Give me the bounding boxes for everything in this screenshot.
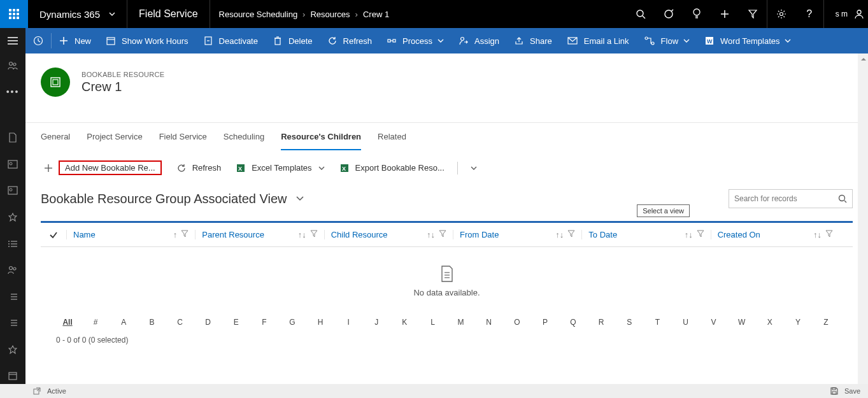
subgrid-refresh-button[interactable]: Refresh — [171, 160, 228, 175]
alpha-filter-e[interactable]: E — [222, 318, 250, 327]
refresh-button[interactable]: Refresh — [320, 28, 380, 53]
tab-resources-children[interactable]: Resource's Children — [281, 123, 361, 150]
alpha-filter-q[interactable]: Q — [559, 318, 587, 327]
task-flow-button[interactable] — [655, 0, 683, 28]
alpha-filter-d[interactable]: D — [194, 318, 222, 327]
alpha-filter-b[interactable]: B — [138, 318, 166, 327]
popout-icon[interactable] — [33, 387, 41, 395]
alpha-filter-j[interactable]: J — [362, 318, 390, 327]
alpha-filter-w[interactable]: W — [728, 318, 756, 327]
alpha-filter-k[interactable]: K — [390, 318, 418, 327]
alpha-filter-u[interactable]: U — [671, 318, 699, 327]
alpha-filter-l[interactable]: L — [418, 318, 446, 327]
rail-item[interactable] — [0, 315, 25, 331]
breadcrumb-item[interactable]: Crew 1 — [363, 10, 389, 19]
more-commands-button[interactable] — [464, 162, 483, 174]
sort-icon[interactable]: ↑↓ — [427, 230, 435, 239]
rail-item[interactable] — [0, 209, 25, 225]
app-launcher-button[interactable] — [0, 0, 28, 28]
tab-related[interactable]: Related — [378, 123, 406, 150]
column-header-name[interactable]: Name↑ — [66, 230, 195, 239]
vertical-scrollbar[interactable] — [858, 53, 868, 384]
rail-more[interactable]: ••• — [0, 84, 25, 101]
column-header-from[interactable]: From Date↑↓ — [453, 230, 581, 239]
alpha-filter-n[interactable]: N — [475, 318, 503, 327]
assign-button[interactable]: Assign — [452, 28, 507, 53]
alpha-filter-a[interactable]: A — [110, 318, 138, 327]
export-bookable-button[interactable]: X Export Bookable Reso... — [334, 160, 451, 175]
rail-item[interactable] — [0, 341, 25, 358]
tab-field-service[interactable]: Field Service — [159, 123, 207, 150]
sort-icon[interactable]: ↑↓ — [685, 230, 693, 239]
alpha-filter-all[interactable]: All — [53, 318, 82, 327]
tab-general[interactable]: General — [41, 123, 70, 150]
search-records-input[interactable]: Search for records — [729, 189, 853, 208]
rail-item[interactable] — [0, 183, 25, 199]
alpha-filter-f[interactable]: F — [250, 318, 278, 327]
column-header-created[interactable]: Created On↑↓ — [711, 230, 839, 239]
quick-create-button[interactable] — [711, 0, 739, 28]
app-name-button[interactable]: Dynamics 365 — [28, 0, 127, 28]
word-templates-button[interactable]: WWord Templates — [697, 28, 799, 53]
settings-button[interactable] — [767, 0, 795, 28]
sitemap-toggle-button[interactable] — [0, 28, 25, 53]
funnel-icon[interactable] — [310, 230, 318, 238]
breadcrumb-item[interactable]: Resources — [310, 10, 350, 19]
view-selector[interactable]: Bookable Resource Group Associated View — [41, 192, 304, 206]
alpha-filter-c[interactable]: C — [166, 318, 194, 327]
alpha-filter-y[interactable]: Y — [784, 318, 812, 327]
sort-icon[interactable]: ↑↓ — [813, 230, 822, 239]
rail-item[interactable] — [0, 57, 25, 74]
alpha-filter-z[interactable]: Z — [812, 318, 840, 327]
alpha-filter-h[interactable]: H — [306, 318, 334, 327]
select-all-checkbox[interactable] — [41, 231, 66, 239]
funnel-icon[interactable] — [697, 230, 704, 238]
new-button[interactable]: New — [52, 28, 99, 53]
help-button[interactable]: ? — [795, 0, 823, 28]
delete-button[interactable]: Delete — [266, 28, 320, 53]
recent-button[interactable] — [25, 28, 51, 53]
rail-item[interactable] — [0, 367, 25, 384]
share-button[interactable]: Share — [507, 28, 560, 53]
show-work-hours-button[interactable]: Show Work Hours — [99, 28, 196, 53]
funnel-icon[interactable] — [439, 230, 446, 238]
alpha-filter-m[interactable]: M — [447, 318, 475, 327]
alpha-filter-p[interactable]: P — [531, 318, 559, 327]
alpha-filter-#[interactable]: # — [82, 318, 110, 327]
flow-button[interactable]: Flow — [637, 28, 697, 53]
user-menu[interactable]: s m — [824, 0, 868, 28]
alpha-filter-g[interactable]: G — [278, 318, 306, 327]
column-header-parent[interactable]: Parent Resource↑↓ — [195, 230, 324, 239]
column-header-child[interactable]: Child Resource↑↓ — [324, 230, 453, 239]
deactivate-button[interactable]: Deactivate — [196, 28, 266, 53]
tab-project-service[interactable]: Project Service — [87, 123, 142, 150]
advanced-find-button[interactable] — [739, 0, 767, 28]
assistant-button[interactable] — [683, 0, 711, 28]
alpha-filter-x[interactable]: X — [756, 318, 784, 327]
alpha-filter-o[interactable]: O — [503, 318, 531, 327]
search-button[interactable] — [627, 0, 655, 28]
funnel-icon[interactable] — [181, 230, 189, 238]
process-button[interactable]: Process — [380, 28, 452, 53]
rail-item[interactable] — [0, 156, 25, 173]
area-name-label[interactable]: Field Service — [127, 0, 210, 28]
tab-scheduling[interactable]: Scheduling — [224, 123, 264, 150]
rail-item[interactable] — [0, 288, 25, 305]
add-new-bookable-button[interactable]: Add New Bookable Re... — [38, 158, 168, 178]
save-button[interactable]: Save — [830, 387, 860, 395]
alpha-filter-t[interactable]: T — [643, 318, 671, 327]
alpha-filter-s[interactable]: S — [615, 318, 643, 327]
sort-icon[interactable]: ↑↓ — [555, 230, 564, 239]
funnel-icon[interactable] — [825, 230, 833, 238]
alpha-filter-r[interactable]: R — [587, 318, 615, 327]
alpha-filter-v[interactable]: V — [700, 318, 728, 327]
alpha-filter-i[interactable]: I — [334, 318, 362, 327]
breadcrumb-item[interactable]: Resource Scheduling — [219, 10, 298, 19]
column-header-to[interactable]: To Date↑↓ — [581, 230, 710, 239]
rail-item[interactable] — [0, 130, 25, 146]
funnel-icon[interactable] — [567, 230, 575, 238]
rail-item[interactable] — [0, 262, 25, 278]
sort-icon[interactable]: ↑ — [173, 230, 178, 239]
sort-icon[interactable]: ↑↓ — [298, 230, 306, 239]
email-link-button[interactable]: Email a Link — [560, 28, 637, 53]
